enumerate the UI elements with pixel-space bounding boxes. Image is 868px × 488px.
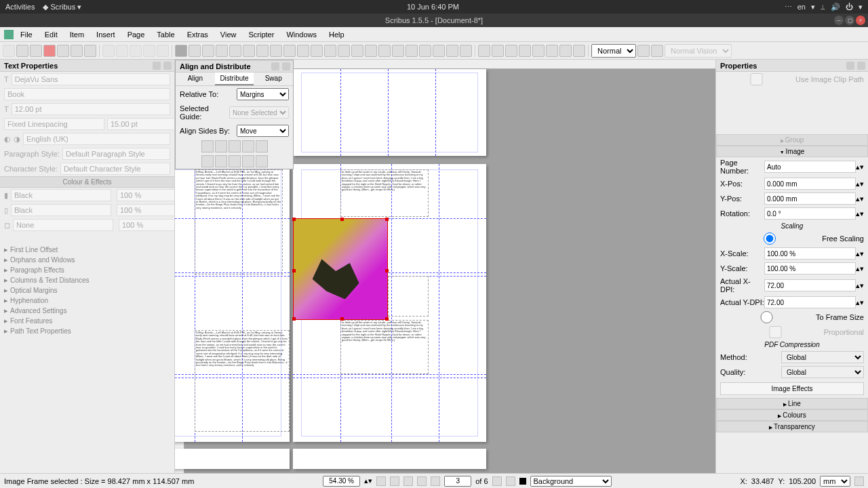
freehand-tool[interactable] xyxy=(324,45,336,57)
rotation-input[interactable] xyxy=(764,207,856,220)
cut-button[interactable] xyxy=(130,45,142,57)
tab-align[interactable]: Align xyxy=(176,73,215,85)
cms-toggle[interactable] xyxy=(637,45,650,57)
yscale-input[interactable] xyxy=(764,262,856,274)
text-frame-1[interactable]: 3 May. Bistritz.—Left Munich at 8:35 P.M… xyxy=(195,169,283,274)
clock[interactable]: 10 Jun 6:40 PM xyxy=(81,3,785,11)
dist-center-h-btn[interactable] xyxy=(215,155,227,167)
align-center-h-btn[interactable] xyxy=(215,140,227,152)
preview-toggle[interactable] xyxy=(651,45,663,57)
copy-button[interactable] xyxy=(143,45,155,57)
group-section[interactable]: Group xyxy=(716,134,868,146)
arc-tool[interactable] xyxy=(270,45,282,57)
calligraphic-tool[interactable] xyxy=(338,45,350,57)
image-frame-tool[interactable] xyxy=(202,45,214,57)
tray-icon[interactable]: ⋯ xyxy=(785,3,792,12)
rotate-tool[interactable] xyxy=(351,45,363,57)
user-menu-icon[interactable]: ▾ xyxy=(859,3,863,12)
page-right[interactable]: to drink up all the water in my carafe, … xyxy=(293,164,486,442)
menu-page[interactable]: Page xyxy=(122,29,151,40)
panel-close-button[interactable] xyxy=(163,62,172,70)
view-quality-select[interactable]: Normal xyxy=(591,44,636,58)
zoom-in-btn[interactable] xyxy=(403,476,413,486)
tab-distribute[interactable]: Distribute xyxy=(215,73,254,85)
page-bottom-left[interactable] xyxy=(175,449,290,469)
menu-help[interactable]: Help xyxy=(323,29,350,40)
zoom-tool[interactable] xyxy=(365,45,377,57)
line-tool[interactable] xyxy=(297,45,309,57)
ydpi-input[interactable] xyxy=(764,296,856,308)
app-menu[interactable]: ◆ Scribus ▾ xyxy=(43,3,81,12)
pdf-combo[interactable] xyxy=(532,45,545,57)
method-select[interactable]: Global xyxy=(781,351,864,363)
pdf-link[interactable] xyxy=(573,45,585,57)
last-page-btn[interactable] xyxy=(506,476,515,486)
menu-extras[interactable]: Extras xyxy=(182,29,214,40)
next-page-btn[interactable] xyxy=(492,476,502,486)
align-close-button[interactable] xyxy=(282,62,290,70)
align-float-button[interactable] xyxy=(271,62,279,70)
text-frame-3[interactable]: to drink up all the water in my carafe, … xyxy=(340,169,429,217)
eyedropper-tool[interactable] xyxy=(460,45,472,57)
section-path-text[interactable]: Path Text Properties xyxy=(0,326,174,336)
pdf-annotation[interactable] xyxy=(559,45,572,57)
align-center-v-btn[interactable] xyxy=(256,140,268,152)
section-orphans[interactable]: Orphans and Widows xyxy=(0,255,174,265)
sides-select[interactable]: Move xyxy=(237,125,289,137)
menu-edit[interactable]: Edit xyxy=(39,29,63,40)
xscale-input[interactable] xyxy=(764,247,856,260)
image-effects-button[interactable]: Image Effects xyxy=(720,382,864,395)
line-section[interactable]: Line xyxy=(716,398,868,409)
lang-indicator[interactable]: en xyxy=(797,3,806,11)
colour-effects-section[interactable]: Colour & Effects xyxy=(0,176,174,188)
section-columns[interactable]: Columns & Text Distances xyxy=(0,275,174,285)
text-frame-4[interactable] xyxy=(388,276,429,317)
section-first-line[interactable]: First Line Offset xyxy=(0,245,174,255)
menu-item[interactable]: Item xyxy=(64,29,90,40)
new-button[interactable] xyxy=(3,45,15,57)
power-icon[interactable]: ⏻ xyxy=(846,3,853,11)
zoom-input[interactable] xyxy=(323,476,360,487)
props-close-button[interactable] xyxy=(857,62,865,70)
page-input[interactable] xyxy=(444,476,471,487)
spiral-tool[interactable] xyxy=(283,45,296,57)
text-frame-2[interactable]: 3 May. Bistritz.—Left Munich at 8:35 P.M… xyxy=(195,330,290,432)
align-top-btn[interactable] xyxy=(242,140,254,152)
undo-button[interactable] xyxy=(102,45,115,57)
dist-right-btn[interactable] xyxy=(229,155,241,167)
minimize-button[interactable]: – xyxy=(834,16,844,25)
section-para-effects[interactable]: Paragraph Effects xyxy=(0,265,174,275)
ypos-input[interactable] xyxy=(764,192,856,205)
bezier-tool[interactable] xyxy=(311,45,323,57)
save-button[interactable] xyxy=(30,45,42,57)
tab-swap[interactable]: Swap xyxy=(254,73,293,85)
text-frame-5[interactable]: to drink up all the water in my carafe, … xyxy=(340,320,429,374)
prev-page-btn[interactable] xyxy=(431,476,440,486)
maximize-button[interactable]: ◻ xyxy=(845,16,854,25)
status-extra-btn[interactable] xyxy=(854,476,864,486)
activities-button[interactable]: Activities xyxy=(5,3,35,12)
pdf-pushbutton[interactable] xyxy=(478,45,490,57)
polygon-tool[interactable] xyxy=(256,45,269,57)
pdf-radio[interactable] xyxy=(492,45,504,57)
print-button[interactable] xyxy=(57,45,69,57)
vision-select[interactable]: Normal Vision xyxy=(665,44,732,58)
menu-view[interactable]: View xyxy=(215,29,242,40)
page-number-input[interactable] xyxy=(764,161,856,173)
copy-props-tool[interactable] xyxy=(446,45,458,57)
guide-select[interactable]: None Selected xyxy=(229,106,289,119)
align-right-btn[interactable] xyxy=(229,140,241,152)
xdpi-input[interactable] xyxy=(764,279,856,291)
xpos-input[interactable] xyxy=(764,178,856,190)
menu-table[interactable]: Table xyxy=(151,29,180,40)
link-frames-tool[interactable] xyxy=(406,45,418,57)
pdf-list[interactable] xyxy=(546,45,558,57)
panel-float-button[interactable] xyxy=(153,62,161,70)
quality-select[interactable]: Global xyxy=(781,366,864,378)
page-bottom-right[interactable] xyxy=(293,449,486,469)
transparency-section[interactable]: Transparency xyxy=(716,421,868,432)
colours-section[interactable]: Colours xyxy=(716,409,868,421)
dist-left-btn[interactable] xyxy=(201,155,214,167)
free-scaling-radio[interactable] xyxy=(720,232,819,245)
first-page-btn[interactable] xyxy=(417,476,427,486)
